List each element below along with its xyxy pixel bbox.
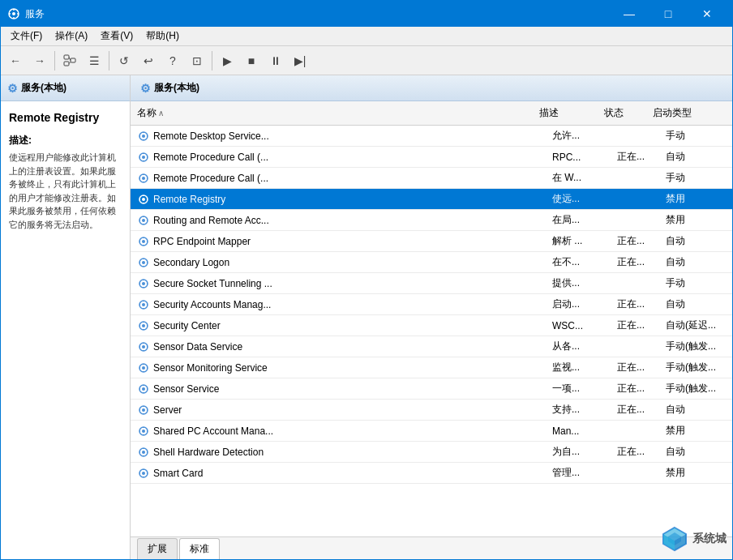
service-startup-cell: 自动: [659, 252, 732, 272]
service-desc-cell: 一项...: [546, 378, 611, 399]
svg-point-108: [142, 472, 145, 475]
svg-point-12: [142, 135, 145, 138]
sidebar-description-label: 描述:: [9, 134, 122, 147]
svg-point-1: [12, 12, 15, 15]
table-row[interactable]: Remote Procedure Call (... 在 W...手动: [131, 168, 732, 189]
service-icon: [137, 256, 150, 269]
service-status-cell: [611, 210, 659, 230]
service-startup-cell: 手动(触发...: [659, 336, 732, 357]
service-startup-cell: 手动: [659, 126, 732, 146]
restart-button[interactable]: ▶|: [289, 49, 311, 72]
col-desc[interactable]: 描述: [533, 105, 598, 122]
refresh-button[interactable]: ↺: [113, 49, 135, 72]
service-status-cell: 正在...: [611, 442, 659, 462]
show-tree-button[interactable]: [58, 49, 81, 72]
svg-point-48: [142, 261, 145, 264]
export-button[interactable]: ↩: [137, 49, 160, 72]
menu-bar: 文件(F)操作(A)查看(V)帮助(H): [1, 27, 732, 46]
col-startup[interactable]: 启动类型: [646, 105, 719, 122]
menu-item-文件(F)[interactable]: 文件(F): [4, 28, 49, 45]
table-row[interactable]: Secure Socket Tunneling ...提供...手动: [131, 273, 732, 294]
svg-point-84: [142, 387, 145, 391]
toolbar-separator-2: [109, 51, 109, 71]
service-desc-cell: 启动...: [546, 294, 611, 314]
service-status-cell: 正在...: [611, 231, 659, 251]
table-row[interactable]: Security Accounts Manag...启动...正在...自动: [131, 294, 732, 315]
list-button[interactable]: ☰: [83, 49, 105, 72]
service-desc-cell: 解析 ...: [546, 231, 611, 251]
table-row[interactable]: Secondary Logon在不...正在...自动: [131, 252, 732, 273]
content-gear-icon: ⚙: [140, 82, 151, 95]
table-row[interactable]: Sensor Monitoring Service监视...正在...手动(触发…: [131, 357, 732, 378]
service-name-cell: Shared PC Account Mana...: [131, 421, 546, 441]
window-title: 服务: [25, 7, 611, 21]
tab-standard[interactable]: 标准: [179, 538, 220, 559]
service-status-cell: [611, 463, 659, 483]
table-row[interactable]: Smart Card管理...禁用: [131, 463, 732, 484]
svg-rect-6: [64, 55, 69, 59]
service-icon: [137, 446, 150, 459]
table-row[interactable]: Shell Hardware Detection为自...正在...自动: [131, 442, 732, 463]
menu-item-查看(V)[interactable]: 查看(V): [94, 28, 139, 45]
service-icon: [137, 425, 150, 438]
svg-point-18: [142, 156, 145, 159]
maximize-button[interactable]: □: [649, 1, 687, 27]
sidebar-header-title: 服务(本地): [21, 81, 66, 95]
sidebar: ⚙ 服务(本地) Remote Registry 描述: 使远程用户能修改此计算…: [1, 75, 131, 559]
table-row[interactable]: Server支持...正在...自动: [131, 400, 732, 421]
col-status[interactable]: 状态: [598, 105, 646, 122]
sidebar-service-name: Remote Registry: [9, 111, 122, 124]
svg-point-60: [142, 303, 145, 306]
start-button[interactable]: ▶: [216, 49, 238, 72]
menu-item-操作(A)[interactable]: 操作(A): [49, 28, 94, 45]
table-row[interactable]: Remote Desktop Service...允许...手动: [131, 126, 732, 147]
table-row[interactable]: Shared PC Account Mana...Man...禁用: [131, 421, 732, 442]
service-status-cell: 正在...: [611, 294, 659, 314]
service-startup-cell: 自动: [659, 294, 732, 314]
service-name-cell: Security Accounts Manag...: [131, 294, 546, 314]
service-list[interactable]: 名称 ∧ 描述 状态 启动类型 Remote Desktop Service..…: [131, 101, 732, 536]
table-row[interactable]: Remote Procedure Call (... RPC...正在...自动: [131, 147, 732, 168]
pause-button[interactable]: ⏸: [264, 49, 287, 72]
service-desc-cell: 为自...: [546, 442, 611, 462]
watermark: 系统城: [660, 524, 727, 554]
tab-expand[interactable]: 扩展: [137, 538, 178, 559]
service-icon: [137, 277, 150, 290]
properties-button[interactable]: ⊡: [186, 49, 208, 72]
title-bar: 服务 — □ ✕: [1, 1, 732, 27]
service-status-cell: 正在...: [611, 147, 659, 167]
watermark-text: 系统城: [692, 532, 727, 546]
svg-point-72: [142, 345, 145, 348]
close-button[interactable]: ✕: [688, 1, 726, 27]
col-name[interactable]: 名称 ∧: [131, 105, 533, 122]
service-desc-cell: 从各...: [546, 336, 611, 357]
svg-rect-8: [71, 58, 75, 62]
table-row[interactable]: Security CenterWSC...正在...自动(延迟...: [131, 315, 732, 336]
table-row[interactable]: Sensor Data Service从各...手动(触发...: [131, 336, 732, 357]
minimize-button[interactable]: —: [611, 1, 648, 27]
service-name-cell: Smart Card: [131, 463, 546, 483]
service-startup-cell: 手动(触发...: [659, 378, 732, 399]
back-button[interactable]: ←: [4, 49, 27, 72]
service-icon: [137, 298, 150, 311]
service-icon: [137, 383, 150, 395]
service-desc-cell: Man...: [546, 421, 611, 441]
help-button[interactable]: ?: [161, 49, 184, 72]
service-startup-cell: 禁用: [659, 189, 732, 209]
table-row[interactable]: Remote Registry使远...禁用: [131, 189, 732, 210]
menu-item-帮助(H)[interactable]: 帮助(H): [139, 28, 186, 45]
service-startup-cell: 自动: [659, 400, 732, 420]
table-row[interactable]: RPC Endpoint Mapper解析 ...正在...自动: [131, 231, 732, 252]
service-name-cell: Remote Desktop Service...: [131, 126, 546, 146]
table-row[interactable]: Sensor Service一项...正在...手动(触发...: [131, 378, 732, 400]
service-name-cell: Secondary Logon: [131, 252, 546, 272]
service-startup-cell: 禁用: [659, 421, 732, 441]
stop-button[interactable]: ■: [240, 49, 263, 72]
table-row[interactable]: Routing and Remote Acc...在局...禁用: [131, 210, 732, 231]
window-icon: [7, 7, 20, 20]
bottom-tabs: 扩展 标准: [131, 536, 732, 559]
forward-button[interactable]: →: [28, 49, 51, 72]
service-desc-cell: 管理...: [546, 463, 611, 483]
service-startup-cell: 禁用: [659, 210, 732, 230]
service-name-cell: Remote Procedure Call (...: [131, 147, 546, 167]
